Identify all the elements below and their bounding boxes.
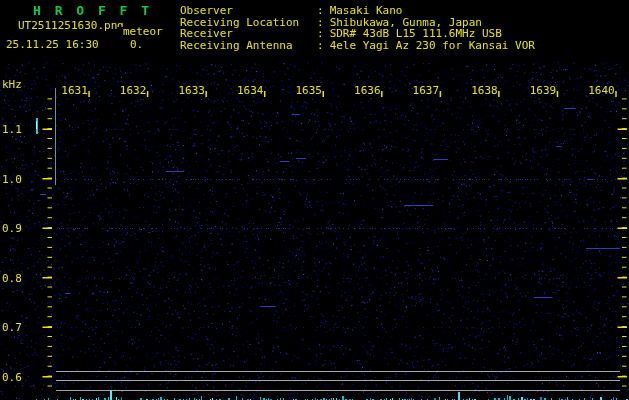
meta-separator: : bbox=[317, 5, 324, 17]
y-axis-label-1.0: 1.0 bbox=[2, 173, 22, 186]
filename-label: UT2511251630.pn bbox=[18, 20, 117, 32]
meta-value: Masaki Kano bbox=[324, 5, 403, 17]
x-axis-label-1640: 1640 bbox=[588, 84, 615, 97]
station-metadata: Observer:Masaki KanoReceiving Location:S… bbox=[180, 5, 535, 51]
datetime-label: 25.11.25 16:30 bbox=[6, 39, 99, 51]
counter-label: 0. bbox=[130, 39, 143, 51]
app-title: H R O F F T bbox=[33, 3, 152, 18]
overlay-label: meteor bbox=[123, 26, 163, 38]
y-axis-label-0.8: 0.8 bbox=[2, 272, 22, 285]
x-axis-label-1632: 1632 bbox=[120, 84, 147, 97]
x-axis-label-1637: 1637 bbox=[413, 84, 440, 97]
x-axis-label-1634: 1634 bbox=[237, 84, 264, 97]
y-axis-label-0.6: 0.6 bbox=[2, 371, 22, 384]
y-axis-label-0.7: 0.7 bbox=[2, 321, 22, 334]
x-axis-label-1636: 1636 bbox=[354, 84, 381, 97]
x-axis-label-1639: 1639 bbox=[530, 84, 557, 97]
x-axis-label-1633: 1633 bbox=[178, 84, 205, 97]
meta-separator: : bbox=[317, 40, 324, 52]
x-axis-label-1638: 1638 bbox=[471, 84, 498, 97]
x-axis-label-1635: 1635 bbox=[296, 84, 323, 97]
meta-row-receiving-antenna: Receiving Antenna:4ele Yagi Az 230 for K… bbox=[180, 40, 535, 52]
spectrogram-plot bbox=[0, 0, 629, 400]
y-axis-label-0.9: 0.9 bbox=[2, 222, 22, 235]
hrofft-window: H R O F F T UT2511251630.pn g meteor 25.… bbox=[0, 0, 629, 400]
meta-label: Receiving Antenna bbox=[180, 40, 317, 52]
y-axis-unit: kHz bbox=[2, 78, 22, 91]
meta-row-observer: Observer:Masaki Kano bbox=[180, 5, 535, 17]
y-axis-label-1.1: 1.1 bbox=[2, 123, 22, 136]
x-axis-label-1631: 1631 bbox=[61, 84, 88, 97]
meta-value: 4ele Yagi Az 230 for Kansai VOR bbox=[324, 40, 535, 52]
meta-label: Observer bbox=[180, 5, 317, 17]
